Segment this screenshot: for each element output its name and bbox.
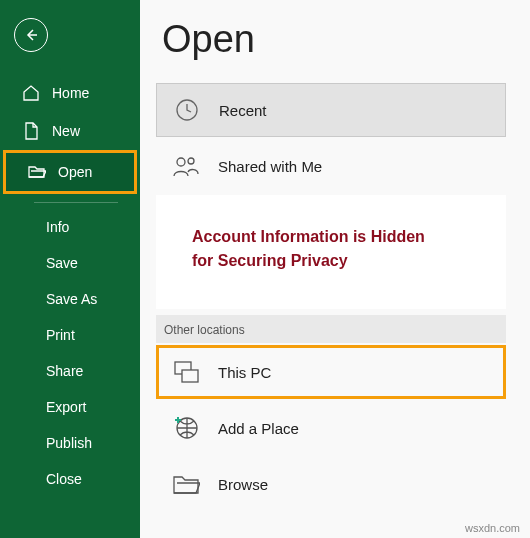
nav-label: Publish	[46, 435, 92, 451]
privacy-line: Account Information is Hidden	[192, 225, 490, 249]
people-icon	[172, 152, 200, 180]
svg-rect-4	[182, 370, 198, 382]
nav-info[interactable]: Info	[0, 209, 140, 245]
add-place-icon	[172, 414, 200, 442]
watermark: wsxdn.com	[465, 522, 520, 534]
nav-label: Home	[52, 85, 89, 101]
shared-item[interactable]: Shared with Me	[156, 139, 506, 193]
nav-label: Save	[46, 255, 78, 271]
privacy-line: for Securing Privacy	[192, 249, 490, 273]
nav-label: Close	[46, 471, 82, 487]
main-panel: Open Recent Shared with Me Account Infor…	[140, 0, 530, 538]
folder-open-icon	[28, 163, 46, 181]
privacy-notice: Account Information is Hidden for Securi…	[156, 195, 506, 309]
browse-item[interactable]: Browse	[156, 457, 506, 511]
this-pc-item[interactable]: This PC	[156, 345, 506, 399]
home-icon	[22, 84, 40, 102]
nav-open[interactable]: Open	[6, 153, 134, 191]
folder-icon	[172, 470, 200, 498]
list-label: Shared with Me	[218, 158, 322, 175]
list-label: Browse	[218, 476, 268, 493]
nav-label: Export	[46, 399, 86, 415]
recent-item[interactable]: Recent	[156, 83, 506, 137]
list-label: This PC	[218, 364, 271, 381]
back-button[interactable]	[14, 18, 48, 52]
other-locations-header: Other locations	[156, 315, 506, 343]
nav-label: Save As	[46, 291, 97, 307]
clock-icon	[173, 96, 201, 124]
nav-publish[interactable]: Publish	[0, 425, 140, 461]
nav-print[interactable]: Print	[0, 317, 140, 353]
nav-label: Info	[46, 219, 69, 235]
add-place-item[interactable]: Add a Place	[156, 401, 506, 455]
highlight-open: Open	[3, 150, 137, 194]
nav-label: Print	[46, 327, 75, 343]
sidebar: Home New Open Info Save Save As	[0, 0, 140, 538]
nav-save-as[interactable]: Save As	[0, 281, 140, 317]
nav-list: Home New Open Info Save Save As	[0, 74, 140, 497]
nav-label: Share	[46, 363, 83, 379]
location-list: Recent Shared with Me Account Informatio…	[156, 83, 506, 511]
list-label: Recent	[219, 102, 267, 119]
svg-point-1	[177, 158, 185, 166]
file-icon	[22, 122, 40, 140]
svg-point-2	[188, 158, 194, 164]
page-title: Open	[162, 18, 506, 61]
this-pc-icon	[172, 358, 200, 386]
list-label: Add a Place	[218, 420, 299, 437]
nav-label: New	[52, 123, 80, 139]
nav-new[interactable]: New	[0, 112, 140, 150]
nav-export[interactable]: Export	[0, 389, 140, 425]
nav-label: Open	[58, 164, 92, 180]
nav-divider	[34, 202, 118, 203]
nav-home[interactable]: Home	[0, 74, 140, 112]
nav-close[interactable]: Close	[0, 461, 140, 497]
nav-share[interactable]: Share	[0, 353, 140, 389]
back-arrow-icon	[23, 27, 39, 43]
nav-save[interactable]: Save	[0, 245, 140, 281]
